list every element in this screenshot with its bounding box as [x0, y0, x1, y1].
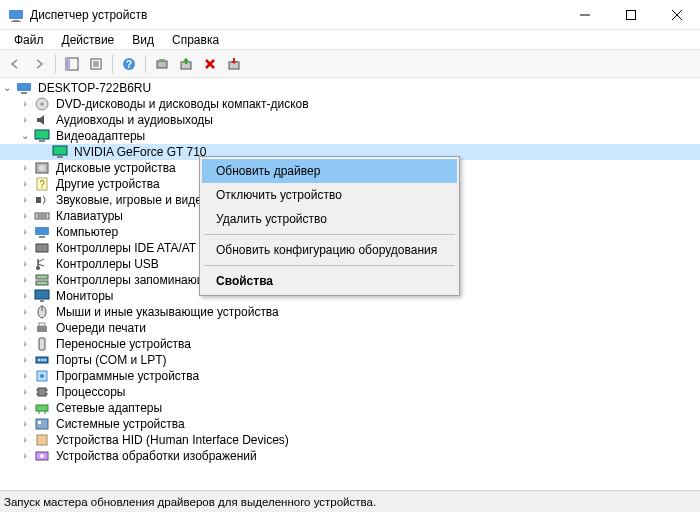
svg-rect-15 [157, 61, 167, 68]
menu-action[interactable]: Действие [54, 31, 123, 49]
unknown-icon: ? [34, 176, 50, 192]
expander-icon[interactable]: › [18, 241, 32, 255]
svg-rect-64 [36, 405, 48, 411]
tree-node-label: Мыши и иные указывающие устройства [54, 304, 281, 320]
expander-icon[interactable]: › [18, 449, 32, 463]
expander-icon[interactable]: › [18, 401, 32, 415]
tree-root[interactable]: ⌄DESKTOP-722B6RU [0, 80, 700, 96]
expander-icon[interactable]: ⌄ [18, 129, 32, 143]
tree-category[interactable]: ›Устройства обработки изображений [0, 448, 700, 464]
expander-icon[interactable]: › [18, 417, 32, 431]
ide-icon [34, 240, 50, 256]
ctx-uninstall-device[interactable]: Удалить устройство [202, 207, 457, 231]
window-controls [562, 0, 700, 30]
svg-rect-16 [159, 59, 165, 61]
back-button[interactable] [4, 53, 26, 75]
disable-button[interactable] [223, 53, 245, 75]
menubar: Файл Действие Вид Справка [0, 30, 700, 50]
tree-category[interactable]: ›Порты (COM и LPT) [0, 352, 700, 368]
expander-icon[interactable]: › [18, 257, 32, 271]
tree-node-label: Порты (COM и LPT) [54, 352, 169, 368]
toolbar: ? [0, 50, 700, 78]
tree-node-label: Очереди печати [54, 320, 148, 336]
tree-category[interactable]: ›Сетевые адаптеры [0, 400, 700, 416]
tree-node-label: Аудиовходы и аудиовыходы [54, 112, 215, 128]
svg-text:?: ? [126, 59, 132, 70]
tree-category[interactable]: ›DVD-дисководы и дисководы компакт-диско… [0, 96, 700, 112]
minimize-button[interactable] [562, 0, 608, 30]
tree-category[interactable]: ›Мыши и иные указывающие устройства [0, 304, 700, 320]
expander-icon[interactable]: › [18, 305, 32, 319]
expander-icon[interactable]: › [18, 193, 32, 207]
properties-button[interactable] [85, 53, 107, 75]
titlebar: Диспетчер устройств [0, 0, 700, 30]
help-button[interactable]: ? [118, 53, 140, 75]
svg-point-24 [41, 103, 44, 106]
expander-icon[interactable]: › [18, 353, 32, 367]
expander-icon[interactable]: › [18, 433, 32, 447]
tree-category[interactable]: ⌄Видеоадаптеры [0, 128, 700, 144]
tree-category[interactable]: ›Очереди печати [0, 320, 700, 336]
expander-icon[interactable]: › [18, 385, 32, 399]
expander-icon[interactable]: › [18, 97, 32, 111]
tree-category[interactable]: ›Переносные устройства [0, 336, 700, 352]
svg-rect-0 [9, 10, 23, 19]
tree-node-label: Сетевые адаптеры [54, 400, 164, 416]
close-button[interactable] [654, 0, 700, 30]
expander-icon[interactable]: › [18, 177, 32, 191]
svg-rect-46 [35, 290, 49, 299]
svg-rect-51 [39, 323, 45, 326]
maximize-button[interactable] [608, 0, 654, 30]
expander-icon[interactable]: › [18, 225, 32, 239]
expander-icon[interactable]: › [18, 369, 32, 383]
context-menu: Обновить драйвер Отключить устройство Уд… [199, 156, 460, 296]
statusbar-text: Запуск мастера обновления драйверов для … [4, 496, 376, 508]
expander-icon[interactable]: › [18, 321, 32, 335]
tree-node-label: Переносные устройства [54, 336, 193, 352]
svg-rect-50 [37, 326, 47, 332]
tree-node-label: Компьютер [54, 224, 120, 240]
expander-icon[interactable]: › [18, 289, 32, 303]
tree-node-label: Устройства HID (Human Interface Devices) [54, 432, 291, 448]
menu-view[interactable]: Вид [124, 31, 162, 49]
disc-icon [34, 96, 50, 112]
expander-icon[interactable]: › [18, 113, 32, 127]
port-icon [34, 352, 50, 368]
sound-icon [34, 192, 50, 208]
tree-category[interactable]: ›Аудиовходы и аудиовыходы [0, 112, 700, 128]
printer-icon [34, 320, 50, 336]
update-driver-button[interactable] [175, 53, 197, 75]
expander-icon[interactable]: › [18, 209, 32, 223]
computer-icon [34, 224, 50, 240]
mouse-icon [34, 304, 50, 320]
tree-category[interactable]: ›Процессоры [0, 384, 700, 400]
ctx-properties[interactable]: Свойства [202, 269, 457, 293]
show-hide-tree-button[interactable] [61, 53, 83, 75]
tree-node-label: Другие устройства [54, 176, 162, 192]
svg-line-43 [38, 264, 44, 266]
ctx-scan-hardware[interactable]: Обновить конфигурацию оборудования [202, 238, 457, 262]
uninstall-button[interactable] [199, 53, 221, 75]
svg-rect-45 [36, 281, 48, 285]
expander-icon[interactable]: › [18, 161, 32, 175]
ctx-disable-device[interactable]: Отключить устройство [202, 183, 457, 207]
svg-rect-52 [39, 338, 45, 350]
ctx-update-driver[interactable]: Обновить драйвер [202, 159, 457, 183]
tree-category[interactable]: ›Системные устройства [0, 416, 700, 432]
forward-button[interactable] [28, 53, 50, 75]
svg-text:?: ? [39, 179, 45, 190]
tree-category[interactable]: ›Программные устройства [0, 368, 700, 384]
svg-rect-37 [35, 227, 49, 235]
expander-icon[interactable]: ⌄ [0, 81, 14, 95]
expander-icon[interactable]: › [18, 273, 32, 287]
computer-icon [16, 80, 32, 96]
svg-rect-8 [66, 58, 70, 70]
scan-hardware-button[interactable] [151, 53, 173, 75]
menu-file[interactable]: Файл [6, 31, 52, 49]
svg-rect-44 [36, 275, 48, 279]
menu-help[interactable]: Справка [164, 31, 227, 49]
svg-rect-39 [36, 244, 48, 252]
svg-rect-27 [53, 146, 67, 155]
tree-category[interactable]: ›Устройства HID (Human Interface Devices… [0, 432, 700, 448]
expander-icon[interactable]: › [18, 337, 32, 351]
